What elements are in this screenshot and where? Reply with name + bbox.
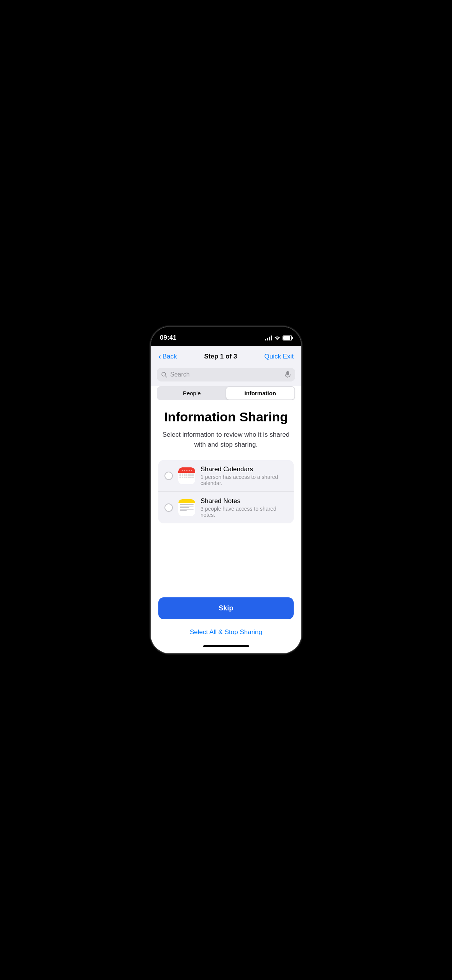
home-indicator: [151, 642, 301, 653]
navigation-bar: ‹ Back Step 1 of 3 Quick Exit: [151, 346, 301, 365]
home-bar: [203, 645, 249, 647]
radio-calendars[interactable]: [164, 472, 173, 480]
back-label: Back: [163, 353, 177, 360]
tab-information[interactable]: Information: [226, 387, 295, 400]
list-item[interactable]: Shared Notes 3 people have access to sha…: [158, 492, 294, 523]
status-time: 09:41: [160, 334, 176, 342]
notes-icon: [178, 499, 195, 516]
item-subtitle-notes: 3 people have access to shared notes.: [201, 506, 288, 518]
select-all-button[interactable]: Select All & Stop Sharing: [158, 625, 294, 639]
list-item[interactable]: Shared Calendars 1 person has access to …: [158, 460, 294, 492]
item-subtitle-calendars: 1 person has access to a shared calendar…: [201, 474, 288, 486]
calendar-icon: [178, 467, 195, 484]
radio-notes[interactable]: [164, 503, 173, 512]
signal-bars-icon: [265, 335, 272, 340]
search-icon: [161, 372, 167, 378]
status-bar: 09:41: [151, 327, 301, 346]
status-icons: [265, 335, 292, 340]
tab-people[interactable]: People: [158, 387, 226, 400]
skip-button[interactable]: Skip: [158, 597, 294, 619]
quick-exit-button[interactable]: Quick Exit: [264, 353, 294, 360]
svg-line-1: [165, 376, 167, 377]
back-chevron-icon: ‹: [158, 352, 161, 361]
search-bar[interactable]: Search: [157, 368, 295, 381]
back-button[interactable]: ‹ Back: [158, 352, 177, 361]
mic-icon: [285, 371, 291, 378]
item-text-calendars: Shared Calendars 1 person has access to …: [201, 465, 288, 486]
spacer: [151, 539, 301, 591]
item-title-notes: Shared Notes: [201, 497, 288, 505]
svg-rect-2: [286, 371, 289, 375]
search-placeholder: Search: [170, 371, 282, 378]
page-title: Information Sharing: [158, 409, 294, 424]
battery-icon: [283, 335, 292, 340]
main-content: Information Sharing Select information t…: [151, 400, 301, 539]
wifi-icon: [274, 335, 280, 340]
items-card: Shared Calendars 1 person has access to …: [158, 460, 294, 523]
item-text-notes: Shared Notes 3 people have access to sha…: [201, 497, 288, 518]
segment-control: People Information: [157, 386, 295, 400]
item-title-calendars: Shared Calendars: [201, 465, 288, 473]
bottom-section: Skip Select All & Stop Sharing: [151, 591, 301, 642]
step-label: Step 1 of 3: [204, 353, 237, 360]
page-description: Select information to review who it is s…: [158, 430, 294, 449]
search-container: Search: [151, 365, 301, 386]
